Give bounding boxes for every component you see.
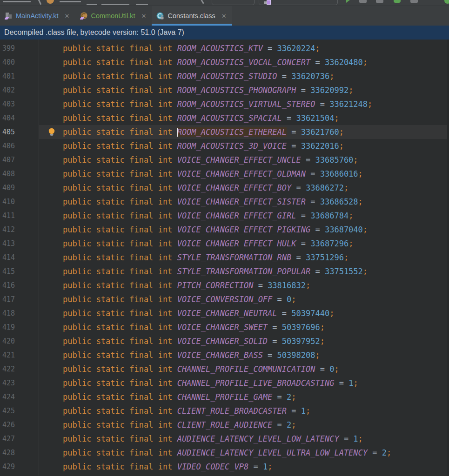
code-line[interactable]: 425 public static final int CLIENT_ROLE_… (0, 404, 449, 418)
code-text[interactable]: public static final int VOICE_CHANGER_NE… (63, 306, 449, 320)
code-line[interactable]: 410 public static final int VOICE_CHANGE… (0, 195, 449, 209)
code-line[interactable]: 427 public static final int AUDIENCE_LAT… (0, 432, 449, 446)
run-button[interactable] (346, 0, 350, 3)
code-text[interactable]: public static final int ROOM_ACOUSTICS_V… (63, 97, 449, 111)
line-number[interactable]: 404 (0, 111, 39, 125)
gutter-icon-cell[interactable] (39, 460, 63, 474)
line-number[interactable]: 424 (0, 390, 39, 404)
gutter-icon-cell[interactable] (39, 404, 63, 418)
gutter-icon-cell[interactable] (39, 55, 63, 69)
gutter-icon-cell[interactable] (39, 139, 63, 153)
line-number[interactable]: 406 (0, 139, 39, 153)
code-line[interactable]: 406 public static final int ROOM_ACOUSTI… (0, 139, 449, 153)
code-line[interactable]: 426 public static final int CLIENT_ROLE_… (0, 418, 449, 432)
tab-close-icon[interactable]: ✕ (221, 13, 228, 20)
intention-lightbulb-icon[interactable] (47, 128, 56, 137)
line-number[interactable]: 414 (0, 251, 39, 264)
gutter-icon-cell[interactable] (39, 195, 63, 209)
line-number[interactable]: 417 (0, 292, 39, 306)
gutter-icon-cell[interactable] (39, 264, 63, 278)
gutter-icon-cell[interactable] (39, 69, 63, 83)
line-number[interactable]: 399 (0, 41, 39, 55)
code-line[interactable]: 409 public static final int VOICE_CHANGE… (0, 181, 449, 195)
line-number[interactable]: 403 (0, 97, 39, 111)
code-line[interactable]: 401 public static final int ROOM_ACOUSTI… (0, 69, 449, 83)
gutter-icon-cell[interactable] (39, 390, 63, 404)
code-line[interactable]: 417 public static final int VOICE_CONVER… (0, 292, 449, 306)
code-text[interactable]: public static final int VOICE_CONVERSION… (63, 292, 449, 306)
gutter-icon-cell[interactable] (39, 362, 63, 376)
code-text[interactable]: public static final int VOICE_CHANGER_EF… (63, 195, 449, 209)
line-number[interactable]: 429 (0, 460, 39, 474)
gutter-icon-cell[interactable] (39, 237, 63, 251)
code-text[interactable]: public static final int VOICE_CHANGER_EF… (63, 237, 449, 251)
gutter-icon-cell[interactable] (39, 111, 63, 125)
line-number[interactable]: 410 (0, 195, 39, 209)
code-line[interactable]: 424 public static final int CHANNEL_PROF… (0, 390, 449, 404)
code-line[interactable]: 404 public static final int ROOM_ACOUSTI… (0, 111, 449, 125)
code-text[interactable]: public static final int VOICE_CHANGER_EF… (63, 153, 449, 167)
line-number[interactable]: 425 (0, 404, 39, 418)
line-number[interactable]: 420 (0, 334, 39, 348)
code-text[interactable]: public static final int CHANNEL_PROFILE_… (63, 390, 449, 404)
line-number[interactable]: 426 (0, 418, 39, 432)
line-number[interactable]: 413 (0, 237, 39, 251)
line-number[interactable]: 423 (0, 376, 39, 390)
code-editor[interactable]: 399 public static final int ROOM_ACOUSTI… (0, 40, 449, 476)
code-text[interactable]: public static final int ROOM_ACOUSTICS_S… (63, 69, 449, 83)
code-text[interactable]: public static final int STYLE_TRANSFORMA… (63, 264, 449, 278)
code-line[interactable]: 421 public static final int VOICE_CHANGE… (0, 348, 449, 362)
code-text[interactable]: public static final int AUDIENCE_LATENCY… (63, 446, 449, 460)
code-text[interactable]: public static final int ROOM_ACOUSTICS_E… (63, 125, 449, 139)
gutter-icon-cell[interactable] (39, 167, 63, 181)
code-text[interactable]: public static final int CHANNEL_PROFILE_… (63, 376, 449, 390)
code-text[interactable]: public static final int ROOM_ACOUSTICS_K… (63, 41, 449, 55)
device-select[interactable] (259, 0, 338, 5)
code-text[interactable]: public static final int VOICE_CHANGER_SO… (63, 334, 449, 348)
code-line[interactable]: 408 public static final int VOICE_CHANGE… (0, 167, 449, 181)
line-number[interactable]: 408 (0, 167, 39, 181)
line-number[interactable]: 409 (0, 181, 39, 195)
gutter-icon-cell[interactable] (39, 153, 63, 167)
code-line[interactable]: 405 public static final int ROOM_ACOUSTI… (0, 125, 449, 139)
gutter-icon-cell[interactable] (39, 223, 63, 237)
line-number[interactable]: 415 (0, 264, 39, 278)
gutter-icon-cell[interactable] (39, 41, 63, 55)
code-line[interactable]: 422 public static final int CHANNEL_PROF… (0, 362, 449, 376)
code-line[interactable]: 423 public static final int CHANNEL_PROF… (0, 376, 449, 390)
code-text[interactable]: public static final int CLIENT_ROLE_BROA… (63, 404, 449, 418)
code-line[interactable]: 413 public static final int VOICE_CHANGE… (0, 237, 449, 251)
code-text[interactable]: public static final int PITCH_CORRECTION… (63, 278, 449, 292)
line-number[interactable]: 402 (0, 83, 39, 97)
coverage-button[interactable] (359, 0, 367, 3)
line-number[interactable]: 407 (0, 153, 39, 167)
gutter-icon-cell[interactable] (39, 278, 63, 292)
gutter-icon-cell[interactable] (39, 334, 63, 348)
code-text[interactable]: public static final int VOICE_CHANGER_SW… (63, 320, 449, 334)
code-line[interactable]: 412 public static final int VOICE_CHANGE… (0, 223, 449, 237)
line-number[interactable]: 401 (0, 69, 39, 83)
line-number[interactable]: 419 (0, 320, 39, 334)
code-text[interactable]: public static final int ROOM_ACOUSTICS_V… (63, 55, 449, 69)
code-text[interactable]: public static final int VIDEO_CODEC_VP8 … (63, 460, 449, 474)
line-number[interactable]: 421 (0, 348, 39, 362)
gutter-icon-cell[interactable] (39, 348, 63, 362)
profiler-button[interactable] (376, 0, 383, 3)
code-line[interactable]: 416 public static final int PITCH_CORREC… (0, 278, 449, 292)
code-text[interactable]: public static final int STYLE_TRANSFORMA… (63, 251, 449, 264)
code-line[interactable]: 402 public static final int ROOM_ACOUSTI… (0, 83, 449, 97)
line-number[interactable]: 422 (0, 362, 39, 376)
gutter-icon-cell[interactable] (39, 83, 63, 97)
code-line[interactable]: 411 public static final int VOICE_CHANGE… (0, 209, 449, 223)
code-text[interactable]: public static final int VOICE_CHANGER_EF… (63, 209, 449, 223)
debug-button[interactable] (394, 0, 401, 3)
code-line[interactable]: 414 public static final int STYLE_TRANSF… (0, 251, 449, 264)
code-text[interactable]: public static final int AUDIENCE_LATENCY… (63, 432, 449, 446)
run-configuration-select[interactable] (212, 0, 255, 5)
line-number[interactable]: 400 (0, 55, 39, 69)
code-line[interactable]: 415 public static final int STYLE_TRANSF… (0, 264, 449, 278)
line-number[interactable]: 411 (0, 209, 39, 223)
code-text[interactable]: public static final int VOICE_CHANGER_EF… (63, 223, 449, 237)
code-line[interactable]: 400 public static final int ROOM_ACOUSTI… (0, 55, 449, 69)
code-text[interactable]: public static final int VOICE_CHANGER_EF… (63, 181, 449, 195)
